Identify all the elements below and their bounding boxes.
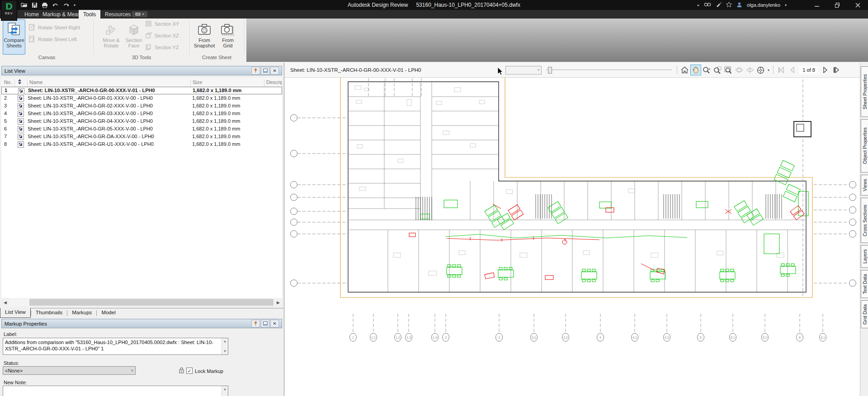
dock-panel-icon[interactable] — [261, 320, 269, 327]
sheet-row-5[interactable]: 5Sheet: LIN-10-XSTR_-ARCH-0-GR-04-XXX-V-… — [1, 117, 282, 125]
column-name[interactable]: Name — [29, 79, 42, 85]
rotate-sheet-right-button[interactable]: Rotate Sheet Right — [29, 23, 80, 32]
new-note-field[interactable]: ▲ — [3, 386, 228, 396]
fit-to-window-button[interactable] — [723, 65, 734, 75]
side-tab-cross-sections[interactable]: Cross Sections — [861, 198, 868, 243]
undo-icon[interactable] — [52, 2, 59, 8]
close-panel-icon[interactable]: ✕ — [270, 67, 279, 75]
previous-page-button[interactable] — [787, 65, 797, 75]
last-page-button[interactable] — [831, 65, 842, 75]
page-indicator[interactable]: 1 of 8 — [799, 66, 818, 74]
zoom-slider[interactable] — [546, 66, 672, 74]
sheet-thumbnail-icon — [18, 103, 24, 109]
orbit-tool-button[interactable] — [734, 65, 745, 75]
next-page-button[interactable] — [820, 65, 831, 75]
dock-panel-icon[interactable] — [261, 67, 269, 75]
note-field-scrollbar[interactable]: ▲ — [222, 386, 228, 396]
scroll-right-icon[interactable]: ▶ — [274, 298, 282, 306]
steering-wheel-caret-icon[interactable]: ▾ — [766, 68, 771, 72]
communication-center-icon[interactable] — [716, 2, 722, 8]
side-tab-views[interactable]: Views — [861, 175, 868, 196]
markup-filter-dropdown[interactable]: ˅ — [505, 66, 542, 75]
restore-button[interactable] — [827, 0, 848, 10]
steering-wheel-button[interactable] — [755, 65, 766, 75]
sheet-size: 1,682.0 x 1,189.0 mm — [192, 140, 240, 148]
infocenter-expand-icon[interactable]: ▸ — [698, 3, 699, 7]
open-icon[interactable] — [21, 2, 28, 8]
zoom-slider-thumb[interactable] — [548, 67, 552, 74]
status-dropdown[interactable]: <None> ˅ — [3, 366, 136, 375]
application-menu-button[interactable]: D REV — [1, 0, 17, 21]
markup-properties-titlebar: Markup Properties ✕ — [1, 319, 282, 328]
row-number: 7 — [4, 133, 7, 140]
ribbon-display-toggle[interactable]: ▾ — [132, 11, 147, 17]
signed-in-user[interactable]: olga.danylenko — [747, 2, 780, 8]
pan-tool-button[interactable] — [690, 65, 701, 75]
redo-icon[interactable] — [63, 2, 70, 8]
markup-label-field[interactable]: Additions from comparison with "53160_Ha… — [3, 338, 228, 355]
favorites-star-icon[interactable] — [726, 2, 732, 8]
scrollbar-thumb[interactable] — [29, 299, 274, 306]
search-icon[interactable] — [704, 2, 711, 8]
label-caption: Label: — [4, 331, 17, 337]
side-tab-grid-data[interactable]: Grid Data — [861, 300, 868, 328]
qat-customize-icon[interactable]: ▾ — [74, 3, 75, 7]
tab-resources[interactable]: Resources — [100, 10, 135, 19]
zoom-tool-button[interactable]: ± — [701, 65, 712, 75]
column-size[interactable]: Size — [193, 79, 202, 85]
sheet-row-1[interactable]: 1Sheet: LIN-10-XSTR_-ARCH-0-GR-00-XXX-V-… — [1, 87, 282, 94]
section-face-button[interactable]: Section Face — [123, 20, 145, 54]
sheet-name: Sheet: LIN-10-XSTR_-ARCH-0-GR-04-XXX-V-0… — [28, 117, 153, 125]
side-tab-layers[interactable]: Layers — [861, 245, 868, 268]
move-rotate-button[interactable]: Move & Rotate — [100, 20, 122, 54]
save-icon[interactable] — [32, 2, 38, 8]
from-snapshot-button[interactable]: From Snapshot — [193, 20, 215, 54]
zoom-rectangle-button[interactable] — [712, 65, 723, 75]
svg-text:6.1: 6.1 — [821, 336, 825, 339]
tab-list-view[interactable]: List View — [0, 308, 31, 318]
minimize-button[interactable] — [807, 0, 827, 10]
from-grid-button[interactable]: From Grid — [217, 20, 239, 54]
tab-tools[interactable]: Tools — [79, 10, 100, 19]
sheet-row-2[interactable]: 2Sheet: LIN-10-XSTR_-ARCH-0-GR-01-XXX-V-… — [1, 94, 282, 102]
sheet-row-3[interactable]: 3Sheet: LIN-10-XSTR_-ARCH-0-GR-02-XXX-V-… — [1, 102, 282, 110]
tab-thumbnails[interactable]: Thumbnails — [31, 308, 67, 318]
close-button[interactable] — [848, 0, 868, 10]
home-view-button[interactable] — [679, 65, 690, 75]
label-field-scrollbar[interactable]: ▲▼ — [222, 338, 228, 354]
column-description[interactable]: Description — [266, 79, 282, 85]
tab-markups[interactable]: Markups — [67, 308, 96, 318]
markup-pin-icon[interactable] — [251, 320, 260, 327]
sheet-list: 1Sheet: LIN-10-XSTR_-ARCH-0-GR-00-XXX-V-… — [1, 87, 282, 298]
sheet-row-7[interactable]: 7Sheet: LIN-10-XSTR_-ARCH-0-GR-DA-XXX-V-… — [1, 133, 282, 140]
user-menu-caret-icon[interactable]: ▾ — [785, 3, 787, 7]
group-label-create-sheet: Create Sheet — [189, 55, 244, 61]
horizontal-scrollbar[interactable]: ◀ ▶ — [1, 298, 282, 306]
side-tab-object-properties[interactable]: Object Properties — [861, 119, 868, 172]
side-tab-sheet-properties[interactable]: Sheet Properties — [861, 66, 868, 117]
section-xz-button[interactable]: Section XZ — [146, 31, 179, 40]
svg-text:1.3: 1.3 — [406, 336, 411, 339]
close-panel-icon[interactable]: ✕ — [270, 320, 279, 327]
scroll-left-icon[interactable]: ◀ — [1, 298, 9, 306]
ribbon-tab-bar: Home Markup & Measure Tools Resources ▾ — [0, 10, 868, 19]
markup-pin-icon[interactable] — [251, 67, 260, 75]
sheet-row-8[interactable]: 8Sheet: LIN-10-XSTR_-ARCH-0-GR-U1-XXX-V-… — [1, 140, 282, 148]
sheet-row-4[interactable]: 4Sheet: LIN-10-XSTR_-ARCH-0-GR-03-XXX-V-… — [1, 110, 282, 117]
sheet-row-6[interactable]: 6Sheet: LIN-10-XSTR_-ARCH-0-GR-05-XXX-V-… — [1, 125, 282, 133]
sort-icon[interactable] — [18, 79, 22, 85]
canvas-toolbar: Sheet: LIN-10-XSTR_-ARCH-0-GR-00-XXX-V-0… — [285, 63, 860, 78]
first-page-button[interactable] — [776, 65, 787, 75]
section-yz-button[interactable]: Section YZ — [146, 43, 179, 52]
user-avatar-icon[interactable] — [736, 2, 742, 9]
print-icon[interactable] — [42, 2, 48, 8]
turntable-tool-button[interactable] — [745, 65, 755, 75]
side-tab-text-data[interactable]: Text Data — [861, 270, 868, 298]
section-xy-button[interactable]: Section XY — [146, 19, 179, 28]
floor-plan-drawing[interactable]: 11.11.21.31.4233.13.244.14.255.15.266.1 — [285, 78, 860, 396]
tab-model[interactable]: Model — [97, 308, 120, 318]
column-no[interactable]: No. — [4, 79, 12, 85]
rotate-sheet-left-button[interactable]: Rotate Sheet Left — [29, 35, 77, 44]
lock-markup-checkbox[interactable]: ✓ — [186, 368, 193, 374]
compare-sheets-button[interactable]: Compare Sheets — [3, 19, 25, 55]
